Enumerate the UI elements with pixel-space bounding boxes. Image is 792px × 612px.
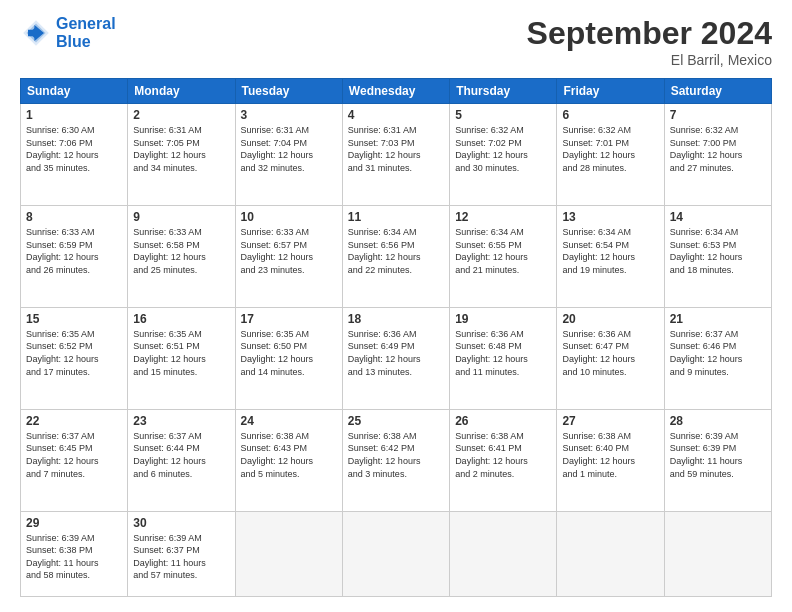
day-info: Sunrise: 6:39 AM Sunset: 6:39 PM Dayligh… [670,430,766,480]
calendar-week-3: 15Sunrise: 6:35 AM Sunset: 6:52 PM Dayli… [21,307,772,409]
calendar-cell: 21Sunrise: 6:37 AM Sunset: 6:46 PM Dayli… [664,307,771,409]
weekday-header-sunday: Sunday [21,79,128,104]
calendar-cell [450,511,557,596]
day-info: Sunrise: 6:34 AM Sunset: 6:53 PM Dayligh… [670,226,766,276]
calendar-cell: 10Sunrise: 6:33 AM Sunset: 6:57 PM Dayli… [235,205,342,307]
calendar-cell: 16Sunrise: 6:35 AM Sunset: 6:51 PM Dayli… [128,307,235,409]
weekday-header-saturday: Saturday [664,79,771,104]
day-info: Sunrise: 6:36 AM Sunset: 6:48 PM Dayligh… [455,328,551,378]
day-info: Sunrise: 6:33 AM Sunset: 6:58 PM Dayligh… [133,226,229,276]
calendar-cell: 13Sunrise: 6:34 AM Sunset: 6:54 PM Dayli… [557,205,664,307]
day-number: 20 [562,312,658,326]
calendar-cell: 19Sunrise: 6:36 AM Sunset: 6:48 PM Dayli… [450,307,557,409]
day-number: 1 [26,108,122,122]
day-number: 11 [348,210,444,224]
logo-icon [20,17,52,49]
day-info: Sunrise: 6:38 AM Sunset: 6:42 PM Dayligh… [348,430,444,480]
calendar-cell [557,511,664,596]
day-number: 27 [562,414,658,428]
day-info: Sunrise: 6:32 AM Sunset: 7:01 PM Dayligh… [562,124,658,174]
calendar-cell: 6Sunrise: 6:32 AM Sunset: 7:01 PM Daylig… [557,104,664,206]
calendar-cell [664,511,771,596]
day-info: Sunrise: 6:36 AM Sunset: 6:47 PM Dayligh… [562,328,658,378]
calendar-cell: 12Sunrise: 6:34 AM Sunset: 6:55 PM Dayli… [450,205,557,307]
day-number: 4 [348,108,444,122]
day-info: Sunrise: 6:39 AM Sunset: 6:38 PM Dayligh… [26,532,122,582]
logo: General Blue [20,15,116,51]
calendar-table: SundayMondayTuesdayWednesdayThursdayFrid… [20,78,772,597]
day-number: 26 [455,414,551,428]
calendar-cell: 26Sunrise: 6:38 AM Sunset: 6:41 PM Dayli… [450,409,557,511]
day-info: Sunrise: 6:38 AM Sunset: 6:43 PM Dayligh… [241,430,337,480]
day-number: 8 [26,210,122,224]
day-number: 9 [133,210,229,224]
title-block: September 2024 El Barril, Mexico [527,15,772,68]
day-number: 15 [26,312,122,326]
day-info: Sunrise: 6:31 AM Sunset: 7:05 PM Dayligh… [133,124,229,174]
day-number: 3 [241,108,337,122]
calendar-cell [235,511,342,596]
day-info: Sunrise: 6:33 AM Sunset: 6:57 PM Dayligh… [241,226,337,276]
day-number: 17 [241,312,337,326]
calendar-cell: 9Sunrise: 6:33 AM Sunset: 6:58 PM Daylig… [128,205,235,307]
calendar-week-1: 1Sunrise: 6:30 AM Sunset: 7:06 PM Daylig… [21,104,772,206]
weekday-header-friday: Friday [557,79,664,104]
month-title: September 2024 [527,15,772,52]
calendar-cell [342,511,449,596]
calendar-cell: 7Sunrise: 6:32 AM Sunset: 7:00 PM Daylig… [664,104,771,206]
day-info: Sunrise: 6:33 AM Sunset: 6:59 PM Dayligh… [26,226,122,276]
calendar-week-4: 22Sunrise: 6:37 AM Sunset: 6:45 PM Dayli… [21,409,772,511]
calendar-cell: 15Sunrise: 6:35 AM Sunset: 6:52 PM Dayli… [21,307,128,409]
day-info: Sunrise: 6:32 AM Sunset: 7:00 PM Dayligh… [670,124,766,174]
day-number: 29 [26,516,122,530]
calendar-cell: 20Sunrise: 6:36 AM Sunset: 6:47 PM Dayli… [557,307,664,409]
calendar-cell: 22Sunrise: 6:37 AM Sunset: 6:45 PM Dayli… [21,409,128,511]
day-info: Sunrise: 6:34 AM Sunset: 6:55 PM Dayligh… [455,226,551,276]
day-info: Sunrise: 6:35 AM Sunset: 6:50 PM Dayligh… [241,328,337,378]
day-info: Sunrise: 6:39 AM Sunset: 6:37 PM Dayligh… [133,532,229,582]
day-number: 25 [348,414,444,428]
day-number: 23 [133,414,229,428]
calendar-cell: 11Sunrise: 6:34 AM Sunset: 6:56 PM Dayli… [342,205,449,307]
logo-text: General Blue [56,15,116,51]
calendar-cell: 28Sunrise: 6:39 AM Sunset: 6:39 PM Dayli… [664,409,771,511]
weekday-header-monday: Monday [128,79,235,104]
weekday-header-wednesday: Wednesday [342,79,449,104]
day-info: Sunrise: 6:36 AM Sunset: 6:49 PM Dayligh… [348,328,444,378]
calendar-cell: 3Sunrise: 6:31 AM Sunset: 7:04 PM Daylig… [235,104,342,206]
day-number: 6 [562,108,658,122]
calendar-cell: 18Sunrise: 6:36 AM Sunset: 6:49 PM Dayli… [342,307,449,409]
day-number: 22 [26,414,122,428]
calendar-cell: 14Sunrise: 6:34 AM Sunset: 6:53 PM Dayli… [664,205,771,307]
location-title: El Barril, Mexico [527,52,772,68]
calendar-cell: 1Sunrise: 6:30 AM Sunset: 7:06 PM Daylig… [21,104,128,206]
day-number: 30 [133,516,229,530]
day-info: Sunrise: 6:37 AM Sunset: 6:45 PM Dayligh… [26,430,122,480]
day-info: Sunrise: 6:31 AM Sunset: 7:04 PM Dayligh… [241,124,337,174]
weekday-header-thursday: Thursday [450,79,557,104]
day-info: Sunrise: 6:37 AM Sunset: 6:44 PM Dayligh… [133,430,229,480]
header: General Blue September 2024 El Barril, M… [20,15,772,68]
calendar-cell: 17Sunrise: 6:35 AM Sunset: 6:50 PM Dayli… [235,307,342,409]
day-info: Sunrise: 6:38 AM Sunset: 6:40 PM Dayligh… [562,430,658,480]
calendar-cell: 4Sunrise: 6:31 AM Sunset: 7:03 PM Daylig… [342,104,449,206]
day-number: 2 [133,108,229,122]
calendar-cell: 24Sunrise: 6:38 AM Sunset: 6:43 PM Dayli… [235,409,342,511]
calendar-cell: 27Sunrise: 6:38 AM Sunset: 6:40 PM Dayli… [557,409,664,511]
day-number: 16 [133,312,229,326]
day-number: 13 [562,210,658,224]
day-number: 7 [670,108,766,122]
day-info: Sunrise: 6:30 AM Sunset: 7:06 PM Dayligh… [26,124,122,174]
day-number: 12 [455,210,551,224]
calendar-cell: 23Sunrise: 6:37 AM Sunset: 6:44 PM Dayli… [128,409,235,511]
day-number: 21 [670,312,766,326]
weekday-header-row: SundayMondayTuesdayWednesdayThursdayFrid… [21,79,772,104]
calendar-week-2: 8Sunrise: 6:33 AM Sunset: 6:59 PM Daylig… [21,205,772,307]
day-number: 5 [455,108,551,122]
page: General Blue September 2024 El Barril, M… [0,0,792,612]
day-number: 19 [455,312,551,326]
weekday-header-tuesday: Tuesday [235,79,342,104]
day-number: 28 [670,414,766,428]
day-info: Sunrise: 6:35 AM Sunset: 6:52 PM Dayligh… [26,328,122,378]
day-info: Sunrise: 6:31 AM Sunset: 7:03 PM Dayligh… [348,124,444,174]
